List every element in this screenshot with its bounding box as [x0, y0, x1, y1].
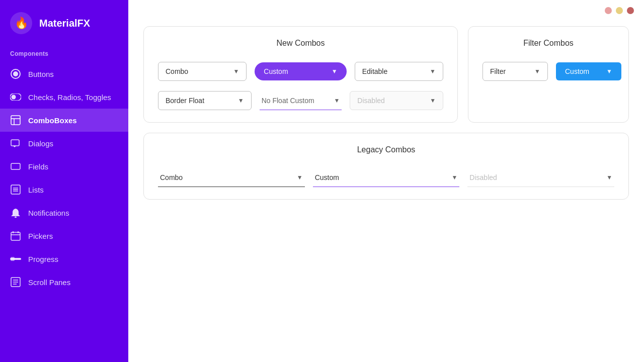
combo-legacy-disabled-arrow: ▼: [606, 174, 612, 181]
combo-disabled-arrow: ▼: [430, 97, 436, 104]
combo-custom-blue-label: Custom: [565, 67, 589, 75]
legacy-combos-row1: Combo ▼ Custom ▼ Disabled ▼: [158, 168, 614, 187]
filter-combos-card: Filter Combos Filter ▼ Custom ▼: [468, 26, 629, 123]
combo-standard-arrow: ▼: [233, 68, 239, 75]
sidebar-item-checks[interactable]: Checks, Radios, Toggles: [0, 85, 128, 109]
toggle-icon: [10, 92, 21, 103]
combo-no-float-label: No Float Custom: [262, 97, 314, 105]
sidebar: 🔥 MaterialFX Components Buttons Checks, …: [0, 0, 128, 362]
sidebar-item-notifications[interactable]: Notifications: [0, 201, 128, 224]
sidebar-label-buttons: Buttons: [28, 70, 54, 78]
combo-legacy-disabled-label: Disabled: [469, 173, 497, 182]
combo-disabled-label: Disabled: [357, 97, 384, 105]
main-content: New Combos Combo ▼ Custom ▼ Editable ▼: [128, 0, 644, 362]
combo-legacy-disabled: Disabled ▼: [467, 168, 614, 187]
sidebar-label-dialogs: Dialogs: [28, 139, 53, 148]
progress-icon: [10, 253, 21, 264]
sidebar-item-dialogs[interactable]: Dialogs: [0, 132, 128, 155]
combo-custom-blue[interactable]: Custom ▼: [556, 62, 621, 80]
new-combos-row1: Combo ▼ Custom ▼ Editable ▼: [158, 62, 443, 81]
combo-border-float-arrow: ▼: [238, 97, 244, 104]
combo-custom-blue-arrow: ▼: [606, 68, 612, 75]
combo-legacy-custom[interactable]: Custom ▼: [313, 168, 460, 187]
combo-border-float[interactable]: Border Float ▼: [158, 91, 252, 110]
sidebar-item-buttons[interactable]: Buttons: [0, 62, 128, 85]
svg-point-1: [13, 71, 18, 76]
combo-legacy-combo-label: Combo: [160, 173, 183, 182]
new-combos-card: New Combos Combo ▼ Custom ▼ Editable ▼: [143, 26, 458, 123]
combo-legacy-combo-arrow: ▼: [297, 174, 303, 181]
dialog-icon: [10, 138, 21, 149]
combo-standard[interactable]: Combo ▼: [158, 62, 247, 81]
combo-custom-purple[interactable]: Custom ▼: [255, 62, 346, 80]
sidebar-item-fields[interactable]: Fields: [0, 155, 128, 178]
new-combos-title: New Combos: [158, 39, 443, 48]
sidebar-label-scroll-panes: Scroll Panes: [28, 278, 70, 287]
sidebar-label-lists: Lists: [28, 186, 44, 194]
sidebar-item-progress[interactable]: Progress: [0, 247, 128, 270]
sidebar-item-lists[interactable]: Lists: [0, 178, 128, 201]
combo-editable-label: Editable: [362, 67, 388, 75]
sidebar-label-fields: Fields: [28, 162, 48, 171]
sidebar-label-checks: Checks, Radios, Toggles: [28, 93, 111, 102]
sidebar-item-pickers[interactable]: Pickers: [0, 224, 128, 247]
top-row: New Combos Combo ▼ Custom ▼ Editable ▼: [143, 26, 629, 123]
sidebar-label-notifications: Notifications: [28, 209, 69, 217]
logo-icon: 🔥: [10, 12, 32, 34]
svg-point-13: [15, 217, 17, 218]
sidebar-label-pickers: Pickers: [28, 232, 53, 240]
lists-icon: [10, 184, 21, 195]
svg-rect-8: [11, 163, 20, 169]
combo-legacy-custom-label: Custom: [315, 173, 339, 182]
notifications-icon: [10, 207, 21, 218]
combo-no-float-arrow: ▼: [334, 97, 340, 104]
svg-rect-19: [11, 257, 15, 261]
combo-custom-purple-arrow: ▼: [332, 68, 338, 75]
legacy-combos-title: Legacy Combos: [158, 145, 614, 154]
svg-point-3: [12, 95, 16, 100]
filter-combos-row1: Filter ▼ Custom ▼: [482, 62, 614, 81]
combo-filter-arrow: ▼: [534, 68, 540, 75]
combobox-icon: [10, 115, 21, 126]
sidebar-item-comboboxes[interactable]: ComboBoxes: [0, 109, 128, 132]
sidebar-label-comboboxes: ComboBoxes: [28, 116, 77, 125]
radio-icon: [10, 68, 21, 79]
combo-legacy-custom-arrow: ▼: [451, 174, 457, 181]
combo-legacy-combo[interactable]: Combo ▼: [158, 168, 305, 187]
combo-no-float-custom[interactable]: No Float Custom ▼: [260, 92, 342, 110]
legacy-combos-card: Legacy Combos Combo ▼ Custom ▼ Disabled …: [143, 133, 629, 200]
sidebar-label-progress: Progress: [28, 255, 58, 263]
combo-filter-label: Filter: [490, 67, 506, 75]
sidebar-section-label: Components: [0, 46, 128, 62]
combo-editable[interactable]: Editable ▼: [355, 62, 443, 81]
pickers-icon: [10, 230, 21, 241]
top-bar: [128, 0, 644, 21]
dot-1: [605, 7, 612, 14]
combo-disabled: Disabled ▼: [350, 91, 443, 110]
dot-2: [616, 7, 623, 14]
dot-3: [627, 7, 634, 14]
scroll-panes-icon: [10, 277, 21, 288]
sidebar-item-scroll-panes[interactable]: Scroll Panes: [0, 270, 128, 294]
fields-icon: [10, 161, 21, 172]
app-name: MaterialFX: [39, 18, 90, 29]
combo-editable-arrow: ▼: [430, 68, 436, 75]
sidebar-logo: 🔥 MaterialFX: [0, 0, 128, 46]
new-combos-row2: Border Float ▼ No Float Custom ▼ Disable…: [158, 91, 443, 110]
combo-filter[interactable]: Filter ▼: [482, 62, 548, 81]
combo-border-float-label: Border Float: [166, 97, 204, 105]
filter-combos-title: Filter Combos: [482, 39, 614, 48]
svg-rect-14: [11, 232, 20, 240]
combo-standard-label: Combo: [166, 67, 188, 75]
combo-custom-purple-label: Custom: [264, 67, 288, 75]
svg-rect-4: [11, 116, 20, 125]
content-area: New Combos Combo ▼ Custom ▼ Editable ▼: [128, 21, 644, 362]
svg-rect-7: [11, 140, 19, 146]
